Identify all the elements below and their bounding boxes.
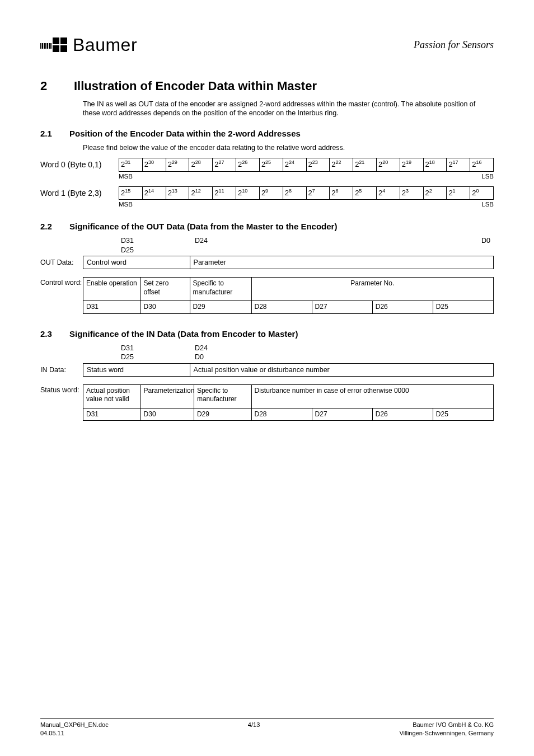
footer-company: Baumer IVO GmbH & Co. KG — [399, 721, 494, 729]
bit-cell: 23 — [400, 186, 423, 199]
bit-cell: 214 — [142, 186, 166, 199]
bit-cell: 24 — [376, 186, 400, 199]
section-2-2-title: 2.2Significance of the OUT Data (Data fr… — [40, 221, 494, 232]
status-disturbance: Disturbance number in case of error othe… — [251, 384, 494, 408]
svg-rect-6 — [50, 43, 51, 49]
word1-msb: MSB — [119, 200, 133, 209]
bit-cell: 21 — [447, 186, 470, 199]
in-data-row: IN Data: Status word Actual position val… — [40, 363, 494, 377]
section-2-3-num: 2.3 — [40, 328, 69, 340]
status-specific: Specific to manufacturer — [194, 384, 251, 408]
bit-cell: 228 — [189, 158, 213, 171]
section-2-intro: The IN as well as OUT data of the encode… — [83, 100, 486, 118]
word0-bit-table: 2312302292282272262252242232222212202192… — [119, 158, 494, 171]
status-d28: D28 — [251, 408, 312, 421]
out-cell-control-word: Control word — [83, 256, 190, 269]
bit-cell: 210 — [236, 186, 260, 199]
bit-cell: 227 — [213, 158, 236, 171]
ctrl-d26: D26 — [372, 301, 433, 314]
ctrl-param-no: Parameter No. — [251, 278, 494, 301]
bit-cell: 221 — [353, 158, 377, 171]
svg-rect-8 — [53, 45, 59, 52]
bit-cell: 229 — [166, 158, 189, 171]
bit-cell: 25 — [353, 186, 377, 199]
bit-cell: 218 — [423, 158, 447, 171]
footer-doc-name: Manual_GXP6H_EN.doc — [40, 721, 109, 729]
status-word-row: Status word: Actual position value not v… — [40, 384, 494, 421]
tagline: Passion for Sensors — [414, 39, 494, 51]
word0-label: Word 0 (Byte 0,1) — [40, 158, 119, 170]
logo: Baumer — [40, 34, 137, 57]
section-2-1-title-text: Position of the Encoder Data within the … — [69, 129, 301, 138]
status-d29: D29 — [194, 408, 251, 421]
section-2-2-title-text: Significance of the OUT Data (Data from … — [69, 222, 337, 231]
bit-cell: 219 — [400, 158, 423, 171]
ctrl-enable-op: Enable operation — [83, 278, 141, 301]
bit-cell: 20 — [470, 186, 494, 199]
in-d31-label: D31 — [121, 344, 195, 353]
control-word-label: Control word: — [40, 277, 83, 314]
out-d-labels-bottom: D25 — [83, 246, 494, 255]
word0-msb: MSB — [119, 172, 133, 181]
footer-right: Baumer IVO GmbH & Co. KG Villingen-Schwe… — [399, 721, 494, 737]
in-cell-actual-pos: Actual position value or disturbance num… — [190, 363, 493, 376]
control-word-row: Control word: Enable operation Set zero … — [40, 277, 494, 314]
bit-cell: 226 — [236, 158, 260, 171]
section-2-title: 2Illustration of Encoder Data within Mas… — [40, 78, 494, 95]
status-d26: D26 — [372, 408, 433, 421]
in-data-table: Status word Actual position value or dis… — [83, 363, 494, 377]
ctrl-d30: D30 — [140, 301, 190, 314]
svg-rect-10 — [60, 45, 67, 52]
bit-cell: 22 — [423, 186, 447, 199]
d25-label: D25 — [121, 246, 195, 255]
logo-text: Baumer — [73, 34, 137, 57]
word1-label: Word 1 (Byte 2,3) — [40, 186, 119, 198]
svg-rect-7 — [53, 37, 59, 44]
bit-cell: 217 — [447, 158, 470, 171]
bit-cell: 28 — [283, 186, 306, 199]
in-d-labels-top: D31 D24 — [83, 344, 494, 353]
in-d24-label: D24 — [195, 344, 284, 353]
word1-block: Word 1 (Byte 2,3) 2152142132122112102928… — [40, 186, 494, 209]
ctrl-d25: D25 — [433, 301, 493, 314]
section-2-1-title: 2.1Position of the Encoder Data within t… — [40, 128, 494, 139]
footer-date: 04.05.11 — [40, 729, 109, 737]
page-footer: Manual_GXP6H_EN.doc 04.05.11 4/13 Baumer… — [40, 718, 494, 737]
in-d-labels-bottom: D25 D0 — [83, 353, 494, 361]
bit-cell: 27 — [306, 186, 330, 199]
in-data-label: IN Data: — [40, 363, 83, 377]
word1-bit-table: 21521421321221121029282726252423222120 — [119, 186, 494, 200]
section-2-3-title-text: Significance of the IN Data (Data from E… — [69, 329, 298, 339]
out-data-table: Control word Parameter — [83, 256, 494, 269]
bit-cell: 220 — [376, 158, 400, 171]
status-word-label: Status word: — [40, 384, 83, 421]
ctrl-specific: Specific to manufacturer — [190, 278, 251, 301]
out-cell-parameter: Parameter — [190, 256, 493, 269]
svg-rect-9 — [60, 37, 67, 44]
section-2-title-text: Illustration of Encoder Data within Mast… — [74, 79, 317, 93]
svg-rect-4 — [47, 43, 48, 49]
bit-cell: 212 — [189, 186, 213, 199]
out-d-labels-top: D31 D24 D0 — [83, 236, 494, 245]
d0-label: D0 — [284, 236, 494, 245]
out-data-row: OUT Data: Control word Parameter — [40, 256, 494, 269]
bit-cell: 213 — [166, 186, 189, 199]
logo-icon — [40, 37, 67, 53]
bit-cell: 231 — [119, 158, 143, 171]
status-d30: D30 — [140, 408, 194, 421]
bit-cell: 224 — [283, 158, 306, 171]
word1-lsb: LSB — [481, 200, 494, 209]
d31-label: D31 — [121, 236, 195, 245]
bit-cell: 215 — [119, 186, 143, 199]
section-2-1-intro: Please find below the value of the encod… — [83, 143, 494, 152]
section-2-1-num: 2.1 — [40, 128, 69, 139]
footer-left: Manual_GXP6H_EN.doc 04.05.11 — [40, 721, 109, 737]
out-data-label: OUT Data: — [40, 256, 83, 269]
in-d25-label: D25 — [121, 353, 195, 361]
bit-cell: 230 — [142, 158, 166, 171]
bit-cell: 216 — [470, 158, 494, 171]
section-2-3-title: 2.3Significance of the IN Data (Data fro… — [40, 328, 494, 340]
svg-rect-5 — [49, 43, 50, 49]
bit-cell: 211 — [213, 186, 236, 199]
footer-page-num: 4/13 — [109, 721, 400, 737]
